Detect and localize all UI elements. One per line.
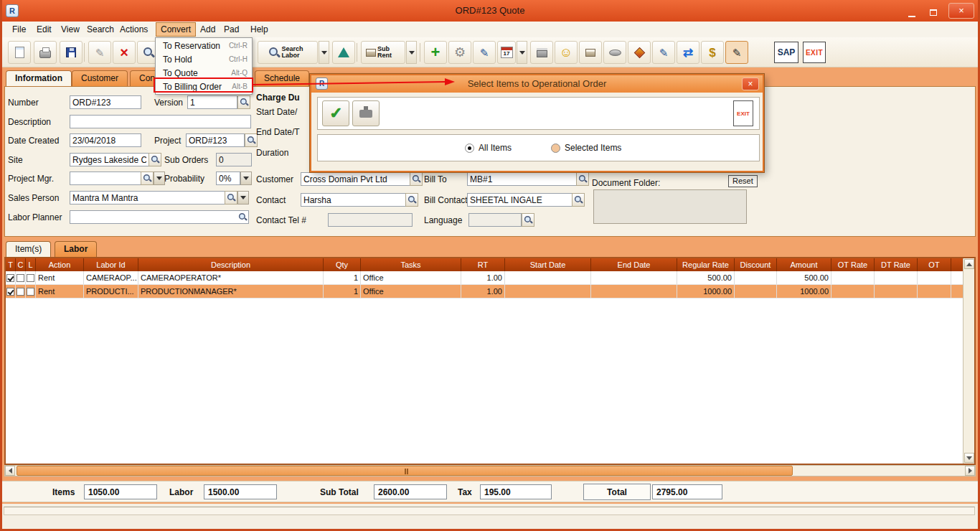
col-qty[interactable]: Qty (324, 258, 361, 271)
fax-button[interactable] (530, 41, 553, 64)
scrollbar-thumb[interactable] (17, 466, 793, 476)
site-search-button[interactable] (149, 153, 161, 166)
sales-person-search-button[interactable] (225, 191, 237, 205)
number-field[interactable] (70, 95, 141, 109)
new-document-button[interactable] (8, 41, 31, 64)
dialog-exit-button[interactable]: EXIT (733, 100, 753, 126)
menu-actions[interactable]: Actions (116, 22, 152, 37)
table-row[interactable]: Rent CAMERAOP... CAMERAOPERATOR* 1 Offic… (6, 271, 963, 285)
customer-search-button[interactable] (410, 172, 423, 186)
currency-button[interactable]: $ (701, 41, 724, 64)
menu-search[interactable]: Search (83, 22, 118, 37)
radio-all-items[interactable]: All Items (465, 143, 512, 153)
col-t[interactable]: T (6, 258, 16, 271)
col-ot[interactable]: OT (918, 258, 951, 271)
col-action[interactable]: Action (36, 258, 84, 271)
gears-button[interactable]: ⚙ (448, 41, 471, 64)
tab-information[interactable]: Information (6, 70, 72, 86)
row2-checkbox-c[interactable] (17, 288, 24, 296)
sign-button[interactable]: ✎ (725, 41, 748, 64)
sync-button[interactable]: ⇄ (677, 41, 699, 64)
tab-items[interactable]: Item(s) (6, 241, 51, 257)
save-button[interactable] (60, 41, 83, 64)
bill-to-search-button[interactable] (576, 172, 589, 186)
menu-convert[interactable]: Convert (156, 22, 196, 37)
col-description[interactable]: Description (138, 258, 324, 271)
col-discount[interactable]: Discount (735, 258, 777, 271)
row2-checkbox-l[interactable] (27, 288, 34, 296)
menu-file[interactable]: File (8, 22, 30, 37)
sub-rent-button[interactable]: Sub Rent (361, 41, 405, 64)
col-l[interactable]: L (26, 258, 36, 271)
col-end-date[interactable]: End Date (591, 258, 677, 271)
customer-field[interactable] (301, 172, 410, 186)
edit-document-button[interactable]: ✎ (652, 41, 675, 64)
close-button[interactable]: × (948, 3, 974, 19)
labor-total-field[interactable] (204, 484, 277, 499)
scroll-up-button[interactable] (964, 259, 974, 269)
col-start-date[interactable]: Start Date (505, 258, 591, 271)
scroll-down-button[interactable] (964, 453, 974, 463)
sub-orders-field[interactable] (216, 153, 252, 166)
calendar-button[interactable]: 17 (497, 41, 516, 64)
language-search-button[interactable] (522, 213, 534, 227)
sub-rent-dropdown[interactable] (406, 41, 417, 64)
description-field[interactable] (70, 115, 251, 128)
horizontal-scrollbar[interactable] (4, 465, 976, 476)
labor-planner-field[interactable] (70, 210, 249, 224)
sap-button[interactable]: SAP (774, 42, 798, 63)
total-field[interactable] (652, 484, 722, 499)
scroll-left-button[interactable] (5, 466, 15, 476)
version-field[interactable] (187, 95, 237, 109)
probability-dropdown[interactable] (240, 171, 252, 185)
project-field[interactable] (186, 133, 245, 147)
row1-checkbox-t[interactable] (6, 274, 14, 282)
row1-checkbox-l[interactable] (27, 274, 34, 282)
package-button[interactable] (579, 41, 602, 64)
labor-planner-search-button[interactable] (236, 210, 249, 224)
site-field[interactable] (70, 153, 149, 166)
edit-note-button[interactable]: ✎ (473, 41, 496, 64)
scroll-right-button[interactable] (965, 466, 975, 476)
equipment-button[interactable] (628, 41, 651, 64)
delete-button[interactable]: × (113, 41, 136, 64)
document-folder-box[interactable] (593, 189, 747, 224)
col-ot-rate[interactable]: OT Rate (831, 258, 875, 271)
search-labor-dropdown[interactable] (319, 41, 329, 64)
items-total-field[interactable] (84, 484, 157, 499)
minimize-button[interactable] (904, 6, 920, 17)
ellipse-button[interactable] (603, 41, 626, 64)
tax-field[interactable] (480, 484, 552, 499)
search-labor-button[interactable]: Search Labor (258, 41, 318, 64)
project-mgr-dropdown[interactable] (154, 171, 165, 185)
vertical-scrollbar[interactable] (963, 258, 974, 464)
menu-item-to-hold[interactable]: To Hold Ctrl-H (156, 52, 252, 66)
sub-total-field[interactable] (374, 484, 447, 499)
row1-checkbox-c[interactable] (17, 274, 24, 282)
dialog-close-button[interactable]: × (742, 77, 759, 90)
add-button[interactable]: + (424, 41, 447, 64)
menu-pad[interactable]: Pad (220, 22, 243, 37)
reset-button[interactable]: Reset (728, 175, 758, 187)
menu-item-to-reservation[interactable]: To Reservation Ctrl-R (156, 39, 252, 52)
sales-person-dropdown[interactable] (237, 191, 249, 205)
col-tasks[interactable]: Tasks (361, 258, 461, 271)
language-field[interactable] (468, 213, 522, 227)
row2-checkbox-t[interactable] (6, 288, 14, 296)
menu-add[interactable]: Add (196, 22, 220, 37)
bill-contact-field[interactable] (467, 193, 573, 207)
date-created-field[interactable] (70, 133, 141, 147)
version-search-button[interactable] (237, 95, 250, 109)
edit-disabled-button[interactable]: ✎ (88, 41, 111, 64)
menu-view[interactable]: View (57, 22, 84, 37)
smiley-button[interactable]: ☺ (555, 41, 578, 64)
tab-customer[interactable]: Customer (72, 70, 128, 86)
bill-contact-search-button[interactable] (572, 193, 585, 207)
sales-person-field[interactable] (70, 191, 225, 205)
calendar-dropdown[interactable] (517, 41, 527, 64)
stamp-button[interactable] (352, 100, 380, 126)
maximize-button[interactable] (925, 6, 941, 17)
menu-help[interactable]: Help (246, 22, 273, 37)
menu-item-to-billing-order[interactable]: To Billing Order Alt-B (156, 80, 252, 93)
chart-button[interactable] (332, 41, 355, 64)
